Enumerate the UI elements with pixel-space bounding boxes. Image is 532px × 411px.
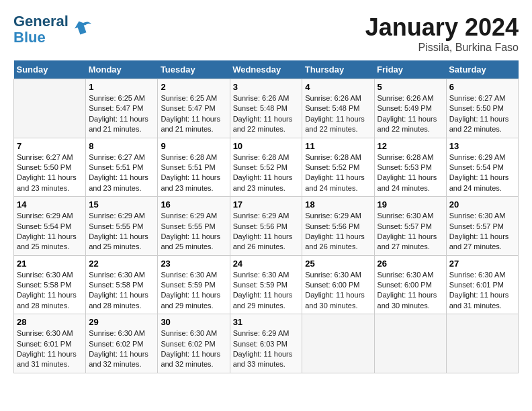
calendar-cell: 5Sunrise: 6:26 AMSunset: 5:49 PMDaylight…	[374, 79, 446, 138]
weekday-header-sunday: Sunday	[14, 60, 86, 79]
day-number: 7	[17, 141, 83, 151]
day-info: Sunrise: 6:26 AMSunset: 5:49 PMDaylight:…	[378, 93, 443, 135]
day-number: 17	[233, 199, 300, 210]
day-number: 10	[233, 141, 300, 151]
calendar-cell: 25Sunrise: 6:30 AMSunset: 6:00 PMDayligh…	[302, 255, 374, 314]
logo-blue: Blue	[13, 29, 46, 46]
day-number: 5	[378, 82, 443, 92]
day-number: 19	[378, 199, 443, 210]
calendar-cell: 12Sunrise: 6:28 AMSunset: 5:53 PMDayligh…	[374, 138, 446, 197]
day-number: 21	[17, 259, 83, 269]
calendar-cell: 31Sunrise: 6:29 AMSunset: 6:03 PMDayligh…	[230, 314, 302, 373]
day-number: 9	[161, 141, 226, 151]
weekday-header-thursday: Thursday	[302, 60, 374, 79]
month-title: January 2024	[365, 13, 519, 42]
day-info: Sunrise: 6:30 AMSunset: 5:59 PMDaylight:…	[233, 270, 300, 312]
day-number: 8	[89, 141, 154, 151]
calendar-cell: 8Sunrise: 6:27 AMSunset: 5:51 PMDaylight…	[86, 138, 158, 197]
day-number: 29	[89, 317, 154, 327]
day-number: 13	[449, 141, 515, 151]
day-info: Sunrise: 6:29 AMSunset: 5:56 PMDaylight:…	[305, 211, 371, 253]
calendar-cell: 26Sunrise: 6:30 AMSunset: 6:00 PMDayligh…	[374, 255, 446, 314]
calendar-cell: 21Sunrise: 6:30 AMSunset: 5:58 PMDayligh…	[14, 255, 86, 314]
day-info: Sunrise: 6:29 AMSunset: 5:54 PMDaylight:…	[449, 152, 515, 194]
weekday-header-tuesday: Tuesday	[158, 60, 230, 79]
calendar-cell: 14Sunrise: 6:29 AMSunset: 5:54 PMDayligh…	[14, 197, 86, 256]
calendar-cell: 20Sunrise: 6:30 AMSunset: 5:57 PMDayligh…	[446, 197, 518, 256]
calendar-cell	[14, 79, 86, 138]
day-info: Sunrise: 6:30 AMSunset: 6:00 PMDaylight:…	[305, 270, 371, 312]
day-number: 22	[89, 259, 154, 269]
day-info: Sunrise: 6:26 AMSunset: 5:48 PMDaylight:…	[233, 93, 300, 135]
day-info: Sunrise: 6:29 AMSunset: 5:54 PMDaylight:…	[17, 211, 83, 253]
weekday-header-friday: Friday	[374, 60, 446, 79]
calendar-week-row: 14Sunrise: 6:29 AMSunset: 5:54 PMDayligh…	[14, 197, 519, 256]
day-info: Sunrise: 6:25 AMSunset: 5:47 PMDaylight:…	[89, 93, 154, 135]
calendar-cell: 4Sunrise: 6:26 AMSunset: 5:48 PMDaylight…	[302, 79, 374, 138]
calendar-cell: 9Sunrise: 6:28 AMSunset: 5:51 PMDaylight…	[158, 138, 230, 197]
day-number: 18	[305, 199, 371, 210]
day-info: Sunrise: 6:30 AMSunset: 5:58 PMDaylight:…	[17, 270, 83, 312]
day-info: Sunrise: 6:29 AMSunset: 5:55 PMDaylight:…	[89, 211, 154, 253]
calendar-cell: 3Sunrise: 6:26 AMSunset: 5:48 PMDaylight…	[230, 79, 302, 138]
calendar-cell: 28Sunrise: 6:30 AMSunset: 6:01 PMDayligh…	[14, 314, 86, 373]
weekday-header-saturday: Saturday	[446, 60, 518, 79]
day-info: Sunrise: 6:30 AMSunset: 6:01 PMDaylight:…	[449, 270, 515, 312]
calendar-cell: 24Sunrise: 6:30 AMSunset: 5:59 PMDayligh…	[230, 255, 302, 314]
calendar-cell	[374, 314, 446, 373]
day-number: 25	[305, 259, 371, 269]
calendar-week-row: 21Sunrise: 6:30 AMSunset: 5:58 PMDayligh…	[14, 255, 519, 314]
title-block: January 2024 Pissila, Burkina Faso	[365, 13, 519, 54]
day-info: Sunrise: 6:29 AMSunset: 6:03 PMDaylight:…	[233, 328, 300, 370]
calendar-cell: 23Sunrise: 6:30 AMSunset: 5:59 PMDayligh…	[158, 255, 230, 314]
calendar-cell: 29Sunrise: 6:30 AMSunset: 6:02 PMDayligh…	[86, 314, 158, 373]
calendar-cell: 15Sunrise: 6:29 AMSunset: 5:55 PMDayligh…	[86, 197, 158, 256]
calendar-cell: 11Sunrise: 6:28 AMSunset: 5:52 PMDayligh…	[302, 138, 374, 197]
calendar-week-row: 7Sunrise: 6:27 AMSunset: 5:50 PMDaylight…	[14, 138, 519, 197]
calendar-cell: 1Sunrise: 6:25 AMSunset: 5:47 PMDaylight…	[86, 79, 158, 138]
day-info: Sunrise: 6:28 AMSunset: 5:51 PMDaylight:…	[161, 152, 226, 194]
day-number: 31	[233, 317, 300, 327]
day-info: Sunrise: 6:30 AMSunset: 6:02 PMDaylight:…	[161, 328, 226, 370]
calendar-cell: 18Sunrise: 6:29 AMSunset: 5:56 PMDayligh…	[302, 197, 374, 256]
calendar-cell: 19Sunrise: 6:30 AMSunset: 5:57 PMDayligh…	[374, 197, 446, 256]
location-subtitle: Pissila, Burkina Faso	[365, 42, 519, 54]
day-info: Sunrise: 6:30 AMSunset: 5:58 PMDaylight:…	[89, 270, 154, 312]
day-info: Sunrise: 6:28 AMSunset: 5:52 PMDaylight:…	[305, 152, 371, 194]
day-number: 12	[378, 141, 443, 151]
calendar-cell: 17Sunrise: 6:29 AMSunset: 5:56 PMDayligh…	[230, 197, 302, 256]
logo-general: General	[13, 13, 69, 30]
calendar-week-row: 1Sunrise: 6:25 AMSunset: 5:47 PMDaylight…	[14, 79, 519, 138]
day-number: 24	[233, 259, 300, 269]
calendar-cell: 16Sunrise: 6:29 AMSunset: 5:55 PMDayligh…	[158, 197, 230, 256]
calendar-cell	[302, 314, 374, 373]
weekday-header-monday: Monday	[86, 60, 158, 79]
weekday-header-wednesday: Wednesday	[230, 60, 302, 79]
day-number: 30	[161, 317, 226, 327]
day-number: 6	[449, 82, 515, 92]
day-number: 15	[89, 199, 154, 210]
day-info: Sunrise: 6:27 AMSunset: 5:50 PMDaylight:…	[17, 152, 83, 194]
day-info: Sunrise: 6:26 AMSunset: 5:48 PMDaylight:…	[305, 93, 371, 135]
calendar-cell: 27Sunrise: 6:30 AMSunset: 6:01 PMDayligh…	[446, 255, 518, 314]
calendar-table: SundayMondayTuesdayWednesdayThursdayFrid…	[13, 60, 519, 373]
day-info: Sunrise: 6:28 AMSunset: 5:53 PMDaylight:…	[378, 152, 443, 194]
day-info: Sunrise: 6:29 AMSunset: 5:55 PMDaylight:…	[161, 211, 226, 253]
calendar-cell	[446, 314, 518, 373]
day-number: 26	[378, 259, 443, 269]
day-number: 2	[161, 82, 226, 92]
logo-bird-icon	[71, 17, 93, 42]
day-number: 1	[89, 82, 154, 92]
day-info: Sunrise: 6:27 AMSunset: 5:51 PMDaylight:…	[89, 152, 154, 194]
day-info: Sunrise: 6:30 AMSunset: 5:57 PMDaylight:…	[449, 211, 515, 253]
day-number: 27	[449, 259, 515, 269]
day-info: Sunrise: 6:30 AMSunset: 5:59 PMDaylight:…	[161, 270, 226, 312]
svg-marker-0	[73, 19, 89, 36]
logo: General Blue	[13, 13, 93, 46]
calendar-week-row: 28Sunrise: 6:30 AMSunset: 6:01 PMDayligh…	[14, 314, 519, 373]
calendar-cell: 7Sunrise: 6:27 AMSunset: 5:50 PMDaylight…	[14, 138, 86, 197]
day-number: 28	[17, 317, 83, 327]
day-info: Sunrise: 6:29 AMSunset: 5:56 PMDaylight:…	[233, 211, 300, 253]
page-header: General Blue January 2024 Pissila, Burki…	[13, 13, 519, 54]
day-number: 4	[305, 82, 371, 92]
